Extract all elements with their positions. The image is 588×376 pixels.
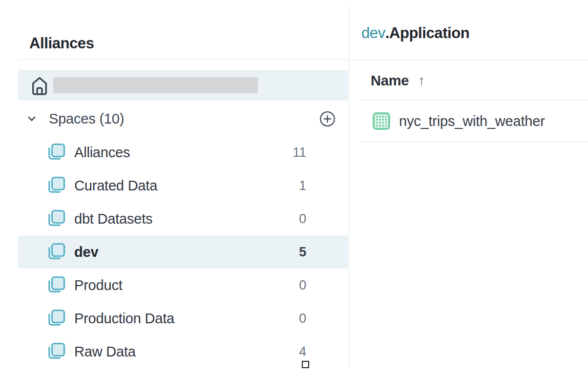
space-icon [47, 242, 66, 262]
space-icon [47, 309, 66, 328]
space-dataset-count: 4 [299, 344, 306, 359]
space-label: dev [74, 244, 98, 260]
space-label: Raw Data [74, 344, 136, 360]
dataset-list: nyc_trips_with_weather [349, 101, 588, 142]
space-dataset-count: 5 [299, 245, 306, 260]
space-label: Curated Data [74, 178, 157, 194]
sidebar-space-row-curated-data[interactable]: Curated Data 1 [18, 169, 348, 202]
sidebar-space-row-dbt-datasets[interactable]: dbt Datasets 0 [18, 202, 348, 235]
redacted-username-bar [53, 77, 258, 93]
breadcrumb-space-link[interactable]: dev [361, 24, 385, 42]
space-label: Alliances [74, 145, 130, 161]
add-space-button[interactable] [319, 111, 336, 127]
breadcrumb: dev.Application [361, 24, 469, 42]
space-dataset-count: 0 [299, 211, 306, 227]
space-icon [47, 143, 66, 162]
space-label: Production Data [74, 311, 174, 327]
sidebar-space-row-production-data[interactable]: Production Data 0 [18, 302, 348, 335]
space-dataset-count: 0 [299, 311, 306, 326]
breadcrumb-separator: . [385, 24, 389, 42]
caret-artifact-square [302, 361, 309, 368]
space-icon [47, 342, 66, 361]
sidebar-space-row-alliances[interactable]: Alliances 11 [18, 136, 348, 169]
home-item[interactable] [18, 70, 348, 101]
chevron-down-icon[interactable] [26, 113, 37, 124]
space-icon [47, 275, 66, 295]
sidebar-title: Alliances [29, 35, 94, 52]
spaces-sidebar: Alliances Spaces (10) Alliances 11 [0, 0, 349, 376]
space-label: dbt Datasets [74, 211, 152, 227]
space-label: Product [74, 277, 123, 293]
home-icon [30, 75, 49, 96]
space-dataset-count: 0 [299, 278, 306, 293]
dataset-name: nyc_trips_with_weather [399, 113, 545, 129]
spaces-list: Alliances 11 Curated Data 1 dbt Datasets… [18, 136, 348, 368]
spaces-section-header[interactable]: Spaces (10) [18, 109, 348, 128]
name-column-label: Name [371, 73, 409, 89]
space-icon [47, 209, 66, 229]
sidebar-space-row-product[interactable]: Product 0 [18, 269, 348, 302]
plus-circle-icon [319, 111, 336, 127]
sidebar-title-divider [19, 59, 348, 60]
sort-ascending-icon: ↑ [418, 73, 425, 88]
space-dataset-count: 1 [299, 178, 306, 193]
sidebar-space-row-raw-data[interactable]: Raw Data 4 [18, 335, 348, 368]
space-dataset-count: 11 [293, 145, 306, 160]
table-header-name-column[interactable]: Name ↑ [371, 72, 425, 89]
dataset-row[interactable]: nyc_trips_with_weather [359, 101, 588, 142]
spaces-section-label: Spaces (10) [49, 111, 124, 127]
breadcrumb-entity: Application [389, 24, 469, 42]
dataset-table-icon [371, 111, 392, 131]
sidebar-space-row-dev[interactable]: dev 5 [18, 235, 348, 269]
main-title-divider [350, 60, 588, 60]
space-icon [47, 176, 66, 195]
space-content-panel: dev.Application Name ↑ nyc_trips_with_we… [349, 0, 588, 376]
